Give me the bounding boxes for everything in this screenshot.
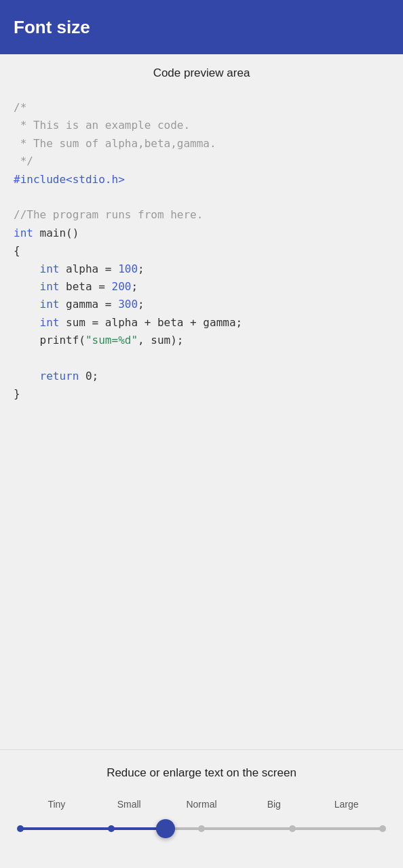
code-printf-end: , sum); [138, 334, 183, 347]
code-semi-2: ; [131, 280, 138, 293]
app-header: Font size [0, 0, 403, 54]
code-keyword-int-beta: int [40, 280, 60, 293]
bottom-label: Reduce or enlarge text on the screen [14, 766, 389, 780]
code-alpha-assign: alpha = [59, 262, 118, 275]
code-num-100: 100 [118, 262, 138, 275]
code-sum-assign: sum = alpha + beta + gamma; [59, 316, 242, 329]
slider-label-large: Large [310, 799, 383, 810]
code-num-200: 200 [112, 280, 132, 293]
code-keyword-int-main: int [14, 226, 33, 239]
code-main-func: main() [33, 226, 79, 239]
code-keyword-int-gamma: int [40, 298, 60, 311]
code-string-format: "sum=%d" [85, 334, 138, 347]
slider-thumb[interactable] [156, 819, 175, 838]
code-semi-3: ; [138, 298, 145, 311]
slider-tick-tiny [17, 825, 24, 832]
code-content: /* * This is an example code. * The sum … [14, 99, 389, 403]
code-return-value: 0; [79, 370, 98, 382]
slider-track-wrapper[interactable] [20, 816, 383, 841]
slider-tick-normal [198, 825, 205, 832]
content-area: Code preview area /* * This is an exampl… [0, 54, 403, 749]
slider-filled [20, 827, 166, 830]
code-preview-label: Code preview area [0, 54, 403, 88]
code-keyword-return: return [40, 370, 79, 382]
font-size-slider-container: Tiny Small Normal Big Large [14, 799, 389, 841]
code-semi-1: ; [138, 262, 145, 275]
code-keyword-int-alpha: int [40, 262, 60, 275]
slider-label-tiny: Tiny [20, 799, 93, 810]
code-brace-open: { [14, 244, 20, 257]
code-printf-start: printf( [40, 334, 85, 347]
code-keyword-int-sum: int [40, 316, 60, 329]
slider-track[interactable] [20, 827, 383, 830]
slider-tick-big [289, 825, 296, 832]
code-gamma-assign: gamma = [59, 298, 118, 311]
slider-label-small: Small [93, 799, 166, 810]
slider-labels: Tiny Small Normal Big Large [20, 799, 383, 810]
code-block: /* * This is an example code. * The sum … [0, 88, 403, 749]
code-brace-close: } [14, 387, 20, 400]
code-num-300: 300 [118, 298, 138, 311]
slider-label-normal: Normal [166, 799, 238, 810]
code-beta-assign: beta = [59, 280, 111, 293]
bottom-section: Reduce or enlarge text on the screen Tin… [0, 749, 403, 868]
slider-label-big: Big [237, 799, 310, 810]
slider-tick-small [108, 825, 115, 832]
app-title: Font size [14, 17, 90, 38]
code-include: #include<stdio.h> [14, 173, 125, 186]
code-comment-1: /* * This is an example code. * The sum … [14, 101, 216, 167]
code-comment-line: //The program runs from here. [14, 208, 203, 221]
slider-tick-large [379, 825, 386, 832]
